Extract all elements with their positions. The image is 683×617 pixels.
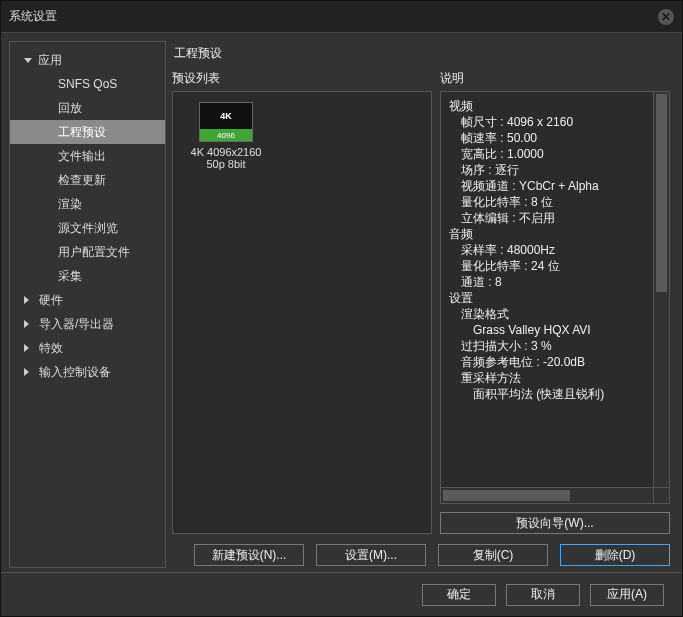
scroll-corner — [653, 487, 669, 503]
description-line: 重采样方法 — [449, 370, 649, 386]
preset-list[interactable]: 4K 4096 4K 4096x2160 50p 8bit — [172, 91, 432, 534]
tree-item-label: 应用 — [38, 52, 62, 69]
tree-item-label: 导入器/导出器 — [39, 316, 114, 333]
vertical-scroll-thumb[interactable] — [656, 94, 667, 292]
tree-item[interactable]: 文件输出 — [10, 144, 165, 168]
caret-right-icon — [24, 368, 33, 376]
dialog-footer: 确定 取消 应用(A) — [1, 572, 682, 616]
description-line: 音频参考电位 : -20.0dB — [449, 354, 649, 370]
tree-item[interactable]: 源文件浏览 — [10, 216, 165, 240]
description-box: 视频帧尺寸 : 4096 x 2160帧速率 : 50.00宽高比 : 1.00… — [440, 91, 670, 504]
tree-item-label: 渲染 — [58, 196, 82, 213]
description-line: 量化比特率 : 8 位 — [449, 194, 649, 210]
wizard-row: 预设向导(W)... — [440, 512, 670, 534]
description-label: 说明 — [440, 70, 670, 87]
preset-name-line1: 4K 4096x2160 — [183, 146, 269, 158]
ok-button[interactable]: 确定 — [422, 584, 496, 606]
preset-thumbnail: 4K 4096 — [199, 102, 253, 142]
tree-item[interactable]: 工程预设 — [10, 120, 165, 144]
preset-badge-bottom: 4096 — [200, 129, 252, 141]
window-title: 系统设置 — [9, 8, 57, 25]
description-line: 设置 — [449, 290, 649, 306]
description-line: 宽高比 : 1.0000 — [449, 146, 649, 162]
tree-group[interactable]: 应用 — [10, 48, 165, 72]
description-line: 帧速率 : 50.00 — [449, 130, 649, 146]
description-line: 帧尺寸 : 4096 x 2160 — [449, 114, 649, 130]
preset-name-line2: 50p 8bit — [183, 158, 269, 170]
description-text: 视频帧尺寸 : 4096 x 2160帧速率 : 50.00宽高比 : 1.00… — [441, 92, 653, 487]
preset-list-label: 预设列表 — [172, 70, 432, 87]
tree-item[interactable]: SNFS QoS — [10, 72, 165, 96]
settings-button[interactable]: 设置(M)... — [316, 544, 426, 566]
caret-right-icon — [24, 296, 33, 304]
caret-right-icon — [24, 344, 33, 352]
tree-group[interactable]: 输入控制设备 — [10, 360, 165, 384]
system-settings-window: 系统设置 ✕ 应用SNFS QoS回放工程预设文件输出检查更新渲染源文件浏览用户… — [0, 0, 683, 617]
preset-wizard-button[interactable]: 预设向导(W)... — [440, 512, 670, 534]
tree-item-label: 检查更新 — [58, 172, 106, 189]
description-line: 面积平均法 (快速且锐利) — [449, 386, 649, 402]
tree-item-label: 采集 — [58, 268, 82, 285]
vertical-scrollbar[interactable] — [653, 92, 669, 487]
description-line: 渲染格式 — [449, 306, 649, 322]
preset-action-buttons: 新建预设(N)... 设置(M)... 复制(C) 删除(D) — [172, 544, 670, 566]
apply-button[interactable]: 应用(A) — [590, 584, 664, 606]
tree-item-label: 用户配置文件 — [58, 244, 130, 261]
tree-item[interactable]: 检查更新 — [10, 168, 165, 192]
tree-item-label: 源文件浏览 — [58, 220, 118, 237]
horizontal-scrollbar[interactable] — [441, 487, 653, 503]
main-panel: 工程预设 预设列表 4K 4096 4K 4096x2160 50p 8bit — [166, 37, 678, 572]
caret-down-icon — [24, 58, 32, 63]
title-bar: 系统设置 ✕ — [1, 1, 682, 33]
tree-item[interactable]: 采集 — [10, 264, 165, 288]
cancel-button[interactable]: 取消 — [506, 584, 580, 606]
description-line: 通道 : 8 — [449, 274, 649, 290]
horizontal-scroll-thumb[interactable] — [443, 490, 570, 501]
description-line: 立体编辑 : 不启用 — [449, 210, 649, 226]
description-line: 音频 — [449, 226, 649, 242]
description-panel: 说明 视频帧尺寸 : 4096 x 2160帧速率 : 50.00宽高比 : 1… — [440, 68, 670, 534]
description-line: Grass Valley HQX AVI — [449, 322, 649, 338]
tree-item[interactable]: 渲染 — [10, 192, 165, 216]
copy-button[interactable]: 复制(C) — [438, 544, 548, 566]
description-line: 量化比特率 : 24 位 — [449, 258, 649, 274]
caret-right-icon — [24, 320, 33, 328]
close-icon[interactable]: ✕ — [658, 9, 674, 25]
tree-item-label: 回放 — [58, 100, 82, 117]
description-line: 场序 : 逐行 — [449, 162, 649, 178]
section-title: 工程预设 — [172, 41, 670, 68]
tree-item-label: 工程预设 — [58, 124, 106, 141]
new-preset-button[interactable]: 新建预设(N)... — [194, 544, 304, 566]
tree-group[interactable]: 导入器/导出器 — [10, 312, 165, 336]
preset-item[interactable]: 4K 4096 4K 4096x2160 50p 8bit — [183, 102, 269, 170]
preset-list-panel: 预设列表 4K 4096 4K 4096x2160 50p 8bit — [172, 68, 432, 534]
preset-badge-top: 4K — [200, 103, 252, 129]
tree-item-label: 文件输出 — [58, 148, 106, 165]
description-line: 视频 — [449, 98, 649, 114]
sidebar: 应用SNFS QoS回放工程预设文件输出检查更新渲染源文件浏览用户配置文件采集硬… — [9, 41, 166, 568]
panels: 预设列表 4K 4096 4K 4096x2160 50p 8bit — [172, 68, 670, 534]
description-line: 视频通道 : YCbCr + Alpha — [449, 178, 649, 194]
tree-item[interactable]: 回放 — [10, 96, 165, 120]
tree-group[interactable]: 硬件 — [10, 288, 165, 312]
description-line: 采样率 : 48000Hz — [449, 242, 649, 258]
tree-group[interactable]: 特效 — [10, 336, 165, 360]
tree-item-label: 硬件 — [39, 292, 63, 309]
delete-button[interactable]: 删除(D) — [560, 544, 670, 566]
window-body: 应用SNFS QoS回放工程预设文件输出检查更新渲染源文件浏览用户配置文件采集硬… — [1, 33, 682, 572]
tree-item-label: 输入控制设备 — [39, 364, 111, 381]
tree-item-label: 特效 — [39, 340, 63, 357]
description-line: 过扫描大小 : 3 % — [449, 338, 649, 354]
tree-item-label: SNFS QoS — [58, 77, 117, 91]
tree-item[interactable]: 用户配置文件 — [10, 240, 165, 264]
